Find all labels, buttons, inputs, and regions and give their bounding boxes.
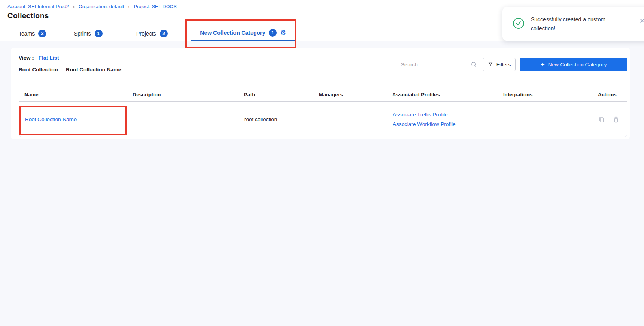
copy-icon[interactable] <box>598 116 605 123</box>
view-label: View : <box>19 55 34 61</box>
breadcrumb: Account: SEI-Internal-Prod2 › Organizati… <box>7 4 177 9</box>
search-box <box>397 58 479 71</box>
column-header-integrations: Integrations <box>503 92 598 97</box>
check-circle-icon <box>513 17 524 31</box>
breadcrumb-project-link[interactable]: Project: SEI_DOCS <box>134 4 177 9</box>
tab-projects[interactable]: Projects 2 <box>136 25 168 41</box>
success-toast: Successfully created a custom collection… <box>502 7 644 41</box>
filter-funnel-icon <box>488 61 493 68</box>
tab-sprints[interactable]: Sprints 1 <box>74 25 103 41</box>
new-collection-category-button[interactable]: + New Collection Category <box>520 58 627 71</box>
associate-trellis-profile-link[interactable]: Associate Trellis Profile <box>393 112 504 118</box>
collections-table: Name Description Path Managers Associate… <box>19 87 627 137</box>
column-header-path: Path <box>244 92 319 97</box>
new-collection-category-button-label: New Collection Category <box>548 62 607 67</box>
column-header-description: Description <box>133 92 244 97</box>
collection-name-link[interactable]: Root Collection Name <box>25 116 77 122</box>
tab-teams[interactable]: Teams 3 <box>19 25 46 41</box>
count-badge: 1 <box>95 30 103 37</box>
cell-associated-profiles: Associate Trellis Profile Associate Work… <box>393 112 504 127</box>
gear-icon[interactable]: ⚙ <box>280 30 286 36</box>
cell-name: Root Collection Name <box>19 116 133 122</box>
search-input[interactable] <box>401 60 466 69</box>
root-collection-value: Root Collection Name <box>66 67 121 73</box>
tab-label: Sprints <box>74 30 91 37</box>
chevron-right-icon: › <box>128 3 129 10</box>
cell-actions <box>598 116 627 123</box>
column-header-managers: Managers <box>319 92 392 97</box>
view-row: View : Flat List <box>19 55 59 61</box>
plus-icon: + <box>541 61 545 68</box>
filters-label: Filters <box>496 62 511 67</box>
chevron-right-icon: › <box>73 3 75 10</box>
page-title: Collections <box>7 11 49 20</box>
search-icon <box>471 62 477 69</box>
cell-path: root collection <box>244 116 319 122</box>
table-row: Root Collection Name root collection Ass… <box>19 102 627 137</box>
column-header-actions: Actions <box>598 92 627 97</box>
breadcrumb-organization-link[interactable]: Organization: default <box>79 4 124 9</box>
associate-workflow-profile-link[interactable]: Associate Workflow Profile <box>393 121 504 127</box>
count-badge: 1 <box>269 29 277 37</box>
table-header-row: Name Description Path Managers Associate… <box>19 87 627 102</box>
root-collection-label: Root Collection : <box>19 67 61 73</box>
column-header-associated-profiles: Associated Profiles <box>392 92 503 97</box>
tab-label: New Collection Category <box>200 30 265 36</box>
root-collection-row: Root Collection : Root Collection Name <box>19 67 121 73</box>
breadcrumb-account-link[interactable]: Account: SEI-Internal-Prod2 <box>7 4 69 9</box>
tab-label: Projects <box>136 30 156 37</box>
collections-panel: View : Flat List Root Collection : Root … <box>11 48 630 139</box>
close-icon[interactable] <box>639 18 644 24</box>
filters-button[interactable]: Filters <box>483 58 516 71</box>
view-flat-list-link[interactable]: Flat List <box>39 55 59 61</box>
tab-label: Teams <box>19 30 35 37</box>
tab-new-collection-category[interactable]: New Collection Category 1 ⚙ <box>191 25 295 41</box>
count-badge: 2 <box>160 30 168 37</box>
count-badge: 3 <box>38 30 46 37</box>
trash-icon[interactable] <box>613 116 619 123</box>
toast-message: Successfully created a custom collection… <box>531 15 622 33</box>
column-header-name: Name <box>19 92 133 97</box>
